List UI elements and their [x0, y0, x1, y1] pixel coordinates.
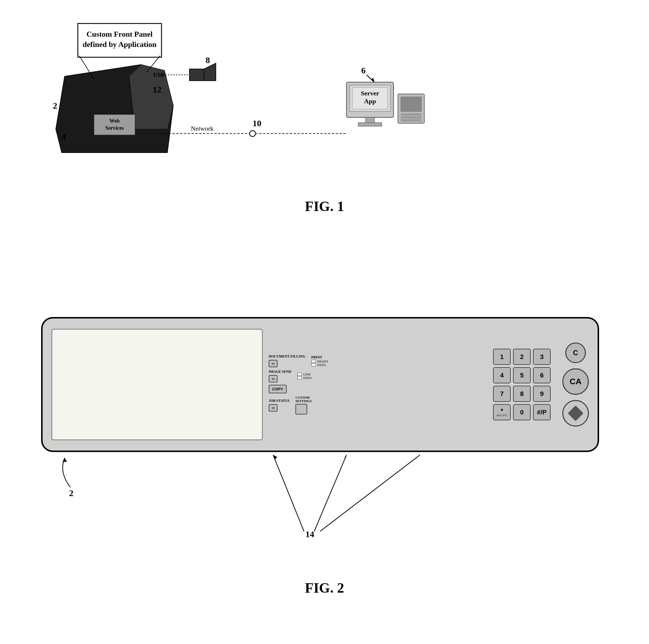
- svg-rect-15: [349, 85, 391, 111]
- svg-text:12: 12: [153, 85, 162, 94]
- svg-text:8: 8: [206, 55, 210, 65]
- line-indicator: LINE: [297, 372, 312, 376]
- clear-all-button[interactable]: CA: [562, 368, 589, 395]
- keypad: 1 2 3 4 5 6 7 8 9 * ACC.#-C 0 #/P: [493, 349, 551, 420]
- ready-indicator: READY: [311, 360, 329, 363]
- fig2-area: DOCUMENT FILLING ▭ PRINT READY DATA: [24, 308, 625, 602]
- key-6[interactable]: 6: [533, 367, 551, 383]
- svg-rect-19: [365, 118, 375, 123]
- svg-point-10: [250, 131, 256, 137]
- custom-settings-button[interactable]: [295, 404, 307, 414]
- svg-text:Network: Network: [191, 125, 214, 132]
- svg-marker-28: [371, 78, 375, 82]
- svg-marker-40: [273, 455, 277, 459]
- image-send-button[interactable]: ▭: [269, 375, 277, 382]
- svg-text:App: App: [364, 97, 376, 105]
- fig1-caption: FIG. 1: [24, 198, 625, 214]
- svg-text:6: 6: [361, 65, 365, 75]
- svg-text:2: 2: [53, 101, 57, 110]
- svg-rect-24: [401, 116, 421, 119]
- svg-rect-29: [78, 24, 162, 57]
- svg-line-41: [314, 455, 347, 531]
- job-status-label: JOB STATUS: [269, 399, 290, 403]
- copy-button[interactable]: COPY: [269, 385, 287, 393]
- svg-line-27: [366, 75, 375, 82]
- svg-rect-21: [398, 94, 424, 123]
- svg-text:14: 14: [305, 529, 314, 539]
- key-hash-p[interactable]: #/P: [533, 404, 551, 420]
- svg-marker-44: [417, 455, 420, 458]
- svg-rect-16: [352, 88, 388, 109]
- start-icon: [568, 405, 583, 421]
- svg-rect-5: [189, 69, 204, 81]
- svg-text:defined by Application: defined by Application: [83, 40, 157, 49]
- svg-rect-14: [347, 82, 393, 118]
- svg-line-39: [273, 455, 304, 531]
- svg-marker-42: [344, 455, 347, 459]
- svg-line-33: [147, 56, 160, 72]
- key-2[interactable]: 2: [513, 349, 531, 365]
- copy-row: COPY: [269, 385, 351, 393]
- svg-marker-37: [62, 458, 67, 462]
- svg-rect-22: [401, 97, 421, 111]
- right-buttons: C CA: [562, 342, 589, 426]
- svg-text:USB: USB: [153, 72, 165, 78]
- svg-rect-20: [358, 123, 382, 126]
- svg-rect-23: [401, 113, 421, 116]
- print-label: PRINT: [311, 355, 329, 360]
- doc-filing-button[interactable]: ▭: [269, 360, 277, 367]
- doc-filing-row: DOCUMENT FILLING ▭ PRINT READY DATA: [269, 355, 351, 367]
- svg-rect-25: [401, 119, 421, 122]
- image-send-label: IMAGE SEND: [269, 370, 291, 374]
- controls-section: DOCUMENT FILLING ▭ PRINT READY DATA: [269, 355, 351, 414]
- svg-text:Web: Web: [109, 118, 120, 124]
- front-panel: DOCUMENT FILLING ▭ PRINT READY DATA: [41, 317, 599, 452]
- svg-marker-6: [204, 63, 216, 81]
- image-send-row: IMAGE SEND ▭ LINE DATA: [269, 370, 351, 382]
- svg-text:4: 4: [62, 132, 66, 141]
- key-7[interactable]: 7: [493, 386, 511, 402]
- key-5[interactable]: 5: [513, 367, 531, 383]
- doc-filing-label: DOCUMENT FILLING: [269, 355, 305, 358]
- svg-text:Services: Services: [105, 125, 124, 131]
- svg-text:10: 10: [253, 118, 261, 128]
- svg-text:Custom Front Panel: Custom Front Panel: [87, 30, 153, 39]
- data2-indicator: DATA: [297, 376, 312, 379]
- clear-button[interactable]: C: [565, 342, 586, 363]
- svg-line-32: [79, 56, 94, 79]
- display-screen: [51, 329, 263, 440]
- fig2-caption: FIG. 2: [24, 580, 625, 596]
- job-status-button[interactable]: ▭: [269, 404, 277, 412]
- svg-rect-0: [94, 114, 135, 135]
- key-3[interactable]: 3: [533, 349, 551, 365]
- server-illustration: Server App: [347, 82, 424, 126]
- key-star[interactable]: * ACC.#-C: [493, 404, 511, 420]
- key-4[interactable]: 4: [493, 367, 511, 383]
- device-shape: [56, 64, 173, 153]
- svg-line-43: [320, 455, 420, 531]
- key-8[interactable]: 8: [513, 386, 531, 402]
- svg-text:Server: Server: [361, 90, 379, 97]
- data-indicator: DATA: [311, 363, 329, 367]
- svg-text:2: 2: [69, 488, 74, 498]
- key-0[interactable]: 0: [513, 404, 531, 420]
- key-1[interactable]: 1: [493, 349, 511, 365]
- custom-settings-label: CUSTOMSETTINGS: [295, 396, 312, 403]
- key-9[interactable]: 9: [533, 386, 551, 402]
- start-button[interactable]: [562, 400, 589, 426]
- job-status-row: JOB STATUS ▭ CUSTOMSETTINGS: [269, 396, 351, 414]
- fig1-area: Web Services USB 8 12 Network 10 Server: [24, 17, 625, 217]
